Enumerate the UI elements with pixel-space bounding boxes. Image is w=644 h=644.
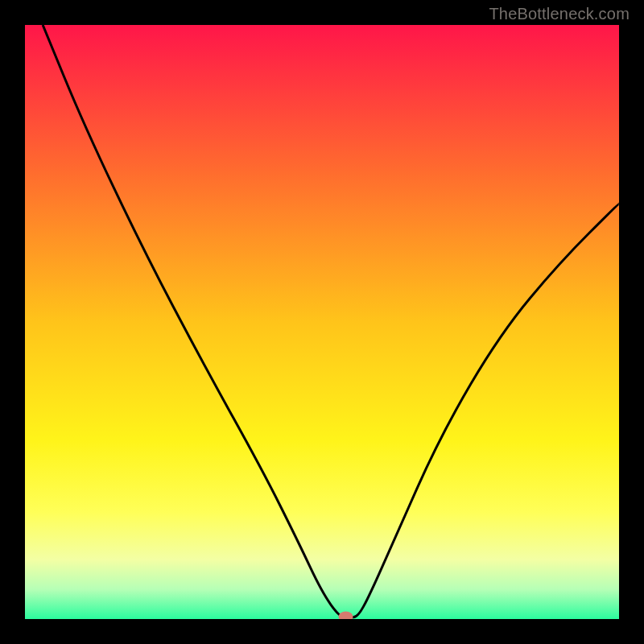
chart-background	[25, 25, 619, 619]
chart-frame: TheBottleneck.com	[0, 0, 644, 644]
bottleneck-curve-chart	[25, 25, 619, 619]
attribution-text: TheBottleneck.com	[489, 5, 630, 23]
